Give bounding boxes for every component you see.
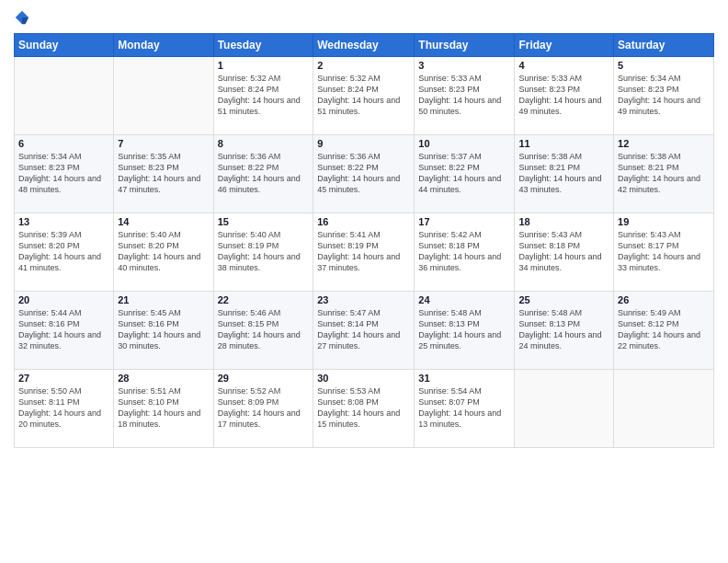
calendar-cell: 19Sunrise: 5:43 AMSunset: 8:17 PMDayligh… [614,213,714,292]
calendar-cell: 28Sunrise: 5:51 AMSunset: 8:10 PMDayligh… [114,370,213,448]
day-info: Sunrise: 5:49 AMSunset: 8:12 PMDaylight:… [618,307,710,352]
day-info: Sunrise: 5:32 AMSunset: 8:24 PMDaylight:… [218,73,310,118]
weekday-header: Tuesday [213,34,313,57]
day-info: Sunrise: 5:51 AMSunset: 8:10 PMDaylight:… [118,385,209,431]
day-info: Sunrise: 5:34 AMSunset: 8:23 PMDaylight:… [18,151,109,196]
calendar-cell [614,370,714,448]
week-row: 1Sunrise: 5:32 AMSunset: 8:24 PMDaylight… [15,57,714,135]
calendar-cell: 12Sunrise: 5:38 AMSunset: 8:21 PMDayligh… [614,135,714,213]
day-number: 11 [518,138,609,149]
day-info: Sunrise: 5:36 AMSunset: 8:22 PMDaylight:… [218,151,310,196]
day-info: Sunrise: 5:41 AMSunset: 8:19 PMDaylight:… [317,229,410,274]
day-number: 27 [18,373,109,384]
day-number: 12 [618,138,710,149]
calendar-cell [15,57,114,135]
week-row: 27Sunrise: 5:50 AMSunset: 8:11 PMDayligh… [15,370,714,448]
day-number: 22 [218,294,310,305]
calendar-cell: 31Sunrise: 5:54 AMSunset: 8:07 PMDayligh… [415,370,515,448]
day-number: 19 [618,216,710,227]
day-number: 23 [317,294,410,305]
weekday-header: Wednesday [313,34,415,57]
day-number: 31 [418,373,510,384]
calendar-cell: 6Sunrise: 5:34 AMSunset: 8:23 PMDaylight… [15,135,114,213]
day-number: 14 [118,216,209,227]
calendar-cell: 24Sunrise: 5:48 AMSunset: 8:13 PMDayligh… [415,292,515,370]
calendar-table: SundayMondayTuesdayWednesdayThursdayFrid… [14,33,714,448]
calendar-cell: 17Sunrise: 5:42 AMSunset: 8:18 PMDayligh… [415,213,515,292]
day-info: Sunrise: 5:32 AMSunset: 8:24 PMDaylight:… [317,73,410,118]
calendar-cell: 20Sunrise: 5:44 AMSunset: 8:16 PMDayligh… [15,292,114,370]
calendar-cell: 3Sunrise: 5:33 AMSunset: 8:23 PMDaylight… [415,57,515,135]
day-info: Sunrise: 5:33 AMSunset: 8:23 PMDaylight:… [418,73,510,118]
weekday-header-row: SundayMondayTuesdayWednesdayThursdayFrid… [15,34,714,57]
calendar-cell: 21Sunrise: 5:45 AMSunset: 8:16 PMDayligh… [114,292,213,370]
calendar-cell: 27Sunrise: 5:50 AMSunset: 8:11 PMDayligh… [15,370,114,448]
calendar-cell: 16Sunrise: 5:41 AMSunset: 8:19 PMDayligh… [313,213,415,292]
day-info: Sunrise: 5:43 AMSunset: 8:17 PMDaylight:… [618,229,710,274]
calendar-cell: 13Sunrise: 5:39 AMSunset: 8:20 PMDayligh… [15,213,114,292]
day-number: 13 [18,216,109,227]
calendar-cell: 10Sunrise: 5:37 AMSunset: 8:22 PMDayligh… [415,135,515,213]
calendar-cell: 15Sunrise: 5:40 AMSunset: 8:19 PMDayligh… [213,213,313,292]
day-number: 26 [618,294,710,305]
day-info: Sunrise: 5:50 AMSunset: 8:11 PMDaylight:… [18,385,109,431]
day-number: 9 [317,138,410,149]
weekday-header: Friday [515,34,614,57]
day-info: Sunrise: 5:39 AMSunset: 8:20 PMDaylight:… [18,229,109,274]
day-number: 7 [118,138,209,149]
calendar-cell: 30Sunrise: 5:53 AMSunset: 8:08 PMDayligh… [313,370,415,448]
day-info: Sunrise: 5:36 AMSunset: 8:22 PMDaylight:… [317,151,410,196]
logo-icon [14,9,30,26]
day-info: Sunrise: 5:52 AMSunset: 8:09 PMDaylight:… [218,385,310,431]
day-number: 28 [118,373,209,384]
day-info: Sunrise: 5:34 AMSunset: 8:23 PMDaylight:… [618,73,710,118]
day-number: 4 [518,60,609,71]
day-info: Sunrise: 5:47 AMSunset: 8:14 PMDaylight:… [317,307,410,352]
calendar-cell: 9Sunrise: 5:36 AMSunset: 8:22 PMDaylight… [313,135,415,213]
calendar-cell: 14Sunrise: 5:40 AMSunset: 8:20 PMDayligh… [114,213,213,292]
calendar-cell: 2Sunrise: 5:32 AMSunset: 8:24 PMDaylight… [313,57,415,135]
header [14,9,714,26]
day-number: 25 [518,294,609,305]
day-number: 21 [118,294,209,305]
svg-marker-1 [22,17,28,24]
day-number: 29 [218,373,310,384]
day-number: 5 [618,60,710,71]
calendar-cell: 29Sunrise: 5:52 AMSunset: 8:09 PMDayligh… [213,370,313,448]
calendar-cell: 18Sunrise: 5:43 AMSunset: 8:18 PMDayligh… [515,213,614,292]
weekday-header: Saturday [614,34,714,57]
day-info: Sunrise: 5:38 AMSunset: 8:21 PMDaylight:… [618,151,710,196]
day-info: Sunrise: 5:42 AMSunset: 8:18 PMDaylight:… [418,229,510,274]
calendar-cell: 1Sunrise: 5:32 AMSunset: 8:24 PMDaylight… [213,57,313,135]
day-info: Sunrise: 5:38 AMSunset: 8:21 PMDaylight:… [518,151,609,196]
day-number: 10 [418,138,510,149]
calendar-cell [114,57,213,135]
day-info: Sunrise: 5:40 AMSunset: 8:19 PMDaylight:… [218,229,310,274]
day-info: Sunrise: 5:33 AMSunset: 8:23 PMDaylight:… [518,73,609,118]
day-number: 6 [18,138,109,149]
day-number: 2 [317,60,410,71]
day-info: Sunrise: 5:43 AMSunset: 8:18 PMDaylight:… [518,229,609,274]
day-info: Sunrise: 5:46 AMSunset: 8:15 PMDaylight:… [218,307,310,352]
calendar-cell: 8Sunrise: 5:36 AMSunset: 8:22 PMDaylight… [213,135,313,213]
week-row: 6Sunrise: 5:34 AMSunset: 8:23 PMDaylight… [15,135,714,213]
weekday-header: Monday [114,34,213,57]
day-info: Sunrise: 5:37 AMSunset: 8:22 PMDaylight:… [418,151,510,196]
calendar-cell: 25Sunrise: 5:48 AMSunset: 8:13 PMDayligh… [515,292,614,370]
day-number: 24 [418,294,510,305]
day-info: Sunrise: 5:54 AMSunset: 8:07 PMDaylight:… [418,385,510,431]
day-info: Sunrise: 5:35 AMSunset: 8:23 PMDaylight:… [118,151,209,196]
calendar-cell: 11Sunrise: 5:38 AMSunset: 8:21 PMDayligh… [515,135,614,213]
calendar-cell: 22Sunrise: 5:46 AMSunset: 8:15 PMDayligh… [213,292,313,370]
calendar-cell: 26Sunrise: 5:49 AMSunset: 8:12 PMDayligh… [614,292,714,370]
day-number: 8 [218,138,310,149]
day-number: 16 [317,216,410,227]
day-info: Sunrise: 5:40 AMSunset: 8:20 PMDaylight:… [118,229,209,274]
day-info: Sunrise: 5:48 AMSunset: 8:13 PMDaylight:… [418,307,510,352]
day-number: 30 [317,373,410,384]
weekday-header: Sunday [15,34,114,57]
calendar-cell: 5Sunrise: 5:34 AMSunset: 8:23 PMDaylight… [614,57,714,135]
calendar-cell: 23Sunrise: 5:47 AMSunset: 8:14 PMDayligh… [313,292,415,370]
day-info: Sunrise: 5:53 AMSunset: 8:08 PMDaylight:… [317,385,410,431]
calendar-cell [515,370,614,448]
